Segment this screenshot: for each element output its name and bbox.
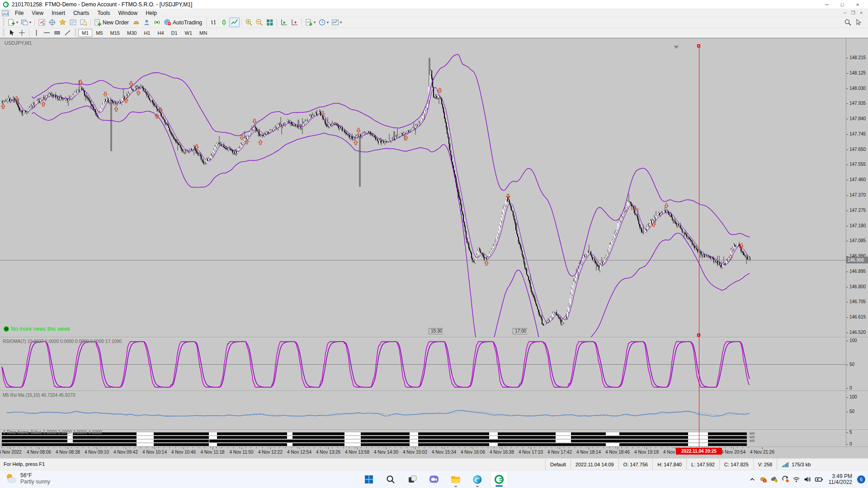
metaeditor-button[interactable] (131, 18, 142, 27)
dropdown-caret-icon: ▾ (16, 20, 18, 24)
tile-windows-button[interactable] (264, 18, 275, 27)
timeframe-button-m30[interactable]: M30 (123, 29, 140, 37)
zoom-in-button[interactable] (244, 18, 254, 27)
new-chart-button[interactable]: ▾ (6, 18, 19, 27)
start-button[interactable] (360, 471, 378, 488)
menu-item-tools[interactable]: Tools (94, 10, 114, 16)
scroll-to-end-icon[interactable] (674, 46, 679, 49)
chat-button[interactable] (425, 471, 443, 488)
timeframe-button-mn[interactable]: MN (196, 29, 211, 37)
menu-item-file[interactable]: File (11, 10, 28, 16)
timeframe-button-m15[interactable]: M15 (107, 29, 123, 37)
chart-candles-button[interactable] (219, 18, 229, 27)
timeframe-button-m5[interactable]: M5 (92, 29, 106, 37)
chart-line-button[interactable] (229, 18, 240, 27)
pan-cursor-button[interactable] (853, 18, 863, 27)
periods-button[interactable]: ▾ (317, 18, 330, 27)
timeframe-button-h1[interactable]: H1 (140, 29, 154, 37)
time-axis-label: 4 Nov 09:10 (85, 450, 109, 455)
high-cell[interactable]: H: 147.840 (652, 459, 686, 470)
panel-splitter[interactable] (0, 337, 868, 338)
vertical-line-tool-button[interactable] (31, 28, 42, 38)
auto-scroll-button[interactable] (279, 18, 289, 27)
timeframe-button-d1[interactable]: D1 (168, 29, 181, 37)
notification-badge[interactable]: 6 (857, 475, 865, 483)
panel-splitter[interactable] (0, 391, 868, 392)
vertical-cursor-line[interactable] (699, 47, 699, 447)
accounts-button[interactable] (142, 18, 152, 27)
volume-icon[interactable] (803, 476, 811, 483)
templates-button[interactable]: ▾ (330, 18, 343, 27)
toolbar-grip[interactable] (3, 19, 5, 26)
cursor-line-top-handle[interactable] (697, 44, 700, 47)
horizontal-line-tool-button[interactable] (42, 28, 52, 38)
taskbar-clock[interactable]: 3:49 PM 11/4/2022 (829, 474, 853, 485)
child-restore-icon[interactable]: ❐ (849, 10, 857, 15)
sync-icon[interactable] (782, 476, 789, 483)
maximize-button[interactable]: □ (835, 0, 850, 9)
battery-icon[interactable] (815, 476, 824, 483)
chart-window-icon[interactable] (2, 10, 9, 16)
child-minimize-icon[interactable]: ─ (841, 10, 849, 15)
cursor-tool-button[interactable] (6, 28, 17, 38)
minimize-button[interactable]: ─ (819, 0, 835, 9)
connection-cell[interactable]: 175/3 kb (777, 459, 815, 470)
profile-cell[interactable]: Default (545, 459, 571, 470)
signals-button[interactable] (152, 18, 162, 27)
search-button[interactable] (843, 18, 853, 27)
profiles-button[interactable]: ▾ (19, 18, 33, 27)
chart-shift-button[interactable] (289, 18, 300, 27)
data-window-button[interactable] (47, 18, 57, 27)
menu-item-help[interactable]: Help (142, 10, 161, 16)
trendline-tool-button[interactable] (62, 28, 73, 38)
edge-button[interactable] (468, 471, 486, 488)
close-cell[interactable]: C: 147.825 (719, 459, 753, 470)
crosshair-tool-button[interactable] (17, 28, 27, 38)
price-scale[interactable]: 148.215148.125148.030147.935147.840147.7… (846, 38, 868, 447)
menu-item-window[interactable]: Window (114, 10, 142, 16)
panel-splitter[interactable] (0, 430, 868, 431)
task-view-button[interactable] (403, 471, 421, 488)
close-button[interactable]: × (850, 0, 865, 9)
navigator-button[interactable] (57, 18, 68, 27)
volume-cell[interactable]: V: 258 (753, 459, 777, 470)
search-taskbar-button[interactable] (382, 471, 400, 488)
chart-bars-button[interactable] (208, 18, 219, 27)
strategy-tester-button[interactable] (78, 18, 89, 27)
hidden-icons-chevron-icon[interactable] (749, 476, 756, 483)
menu-item-view[interactable]: View (28, 10, 47, 16)
market-watch-button[interactable] (37, 18, 47, 27)
metatrader-taskbar-button[interactable] (490, 471, 508, 488)
terminal-button[interactable] (68, 18, 78, 27)
chart-area[interactable]: USDJPY,M1 No more news this week 15:3017… (0, 38, 868, 458)
timeframe-button-m1[interactable]: M1 (78, 29, 92, 37)
main-chart-canvas[interactable] (0, 38, 846, 337)
cursor-line-bottom-handle[interactable] (697, 333, 700, 337)
menu-item-insert[interactable]: Insert (47, 10, 69, 16)
open-cell[interactable]: O: 147.756 (618, 459, 652, 470)
timeframe-button-w1[interactable]: W1 (181, 29, 196, 37)
onedrive-error-icon[interactable] (759, 476, 767, 483)
rectangle-tool-button[interactable] (52, 28, 62, 38)
autotrading-button[interactable]: AutoTrading (162, 18, 204, 27)
weather-widget[interactable]: 56°F Partly sunny (5, 472, 50, 485)
new-order-button[interactable]: New Order (93, 18, 131, 27)
bar-time-cell[interactable]: 2022.11.04 14:09 (571, 459, 618, 470)
toolbar-grip[interactable] (75, 29, 76, 37)
sidus-indicator-canvas[interactable] (0, 431, 846, 447)
zoom-out-button[interactable] (254, 18, 264, 27)
rsioma-indicator-canvas[interactable] (0, 338, 846, 391)
wifi-icon[interactable] (793, 476, 800, 483)
low-cell[interactable]: L: 147.592 (686, 459, 719, 470)
file-explorer-button[interactable] (447, 471, 465, 488)
child-close-icon[interactable]: × (857, 10, 865, 15)
cloud-warning-icon[interactable] (770, 476, 778, 483)
current-price-tag: 146.966 (846, 257, 868, 263)
menu-item-charts[interactable]: Charts (69, 10, 93, 16)
indicators-button[interactable]: ▾ (304, 18, 317, 27)
timeframe-button-h4[interactable]: H4 (154, 29, 167, 37)
toolbar-grip[interactable] (3, 29, 5, 37)
rsioma-label: RSIOMA(7) 10.0027 0.0000 0.0000 0.0000 0… (3, 339, 122, 344)
rsi-ma-indicator-canvas[interactable] (0, 392, 846, 430)
running-indicator (454, 486, 457, 487)
